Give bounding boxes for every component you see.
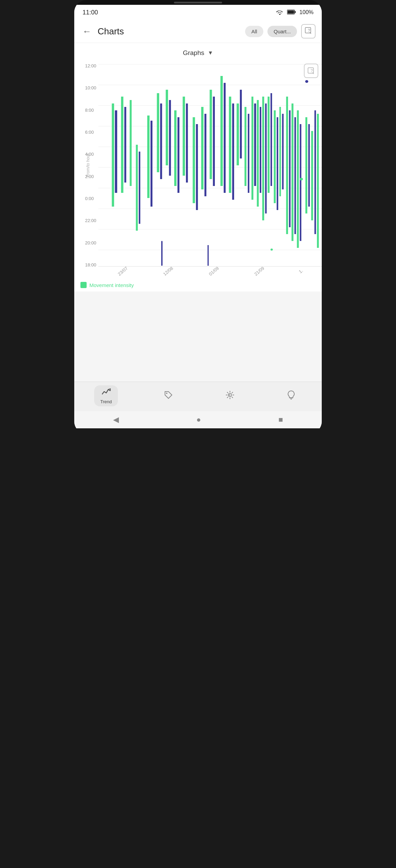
screen: 11:00 100% ← Charts All Quart... xyxy=(74,5,322,428)
insight-icon xyxy=(287,390,296,402)
svg-point-68 xyxy=(305,80,308,83)
y-label-400: 4:00 xyxy=(85,152,96,156)
activity-icon xyxy=(225,390,235,402)
svg-line-87 xyxy=(227,397,228,398)
trend-icon xyxy=(101,387,111,398)
graph-row: From/to hour 12:00 10:00 8:00 6:00 4:00 … xyxy=(74,62,322,268)
y-label-200: 2:00 xyxy=(85,174,96,179)
svg-point-78 xyxy=(166,393,167,394)
legend-color-box xyxy=(80,282,87,288)
system-nav-bar: ◀ ● ■ xyxy=(74,411,322,428)
wifi-icon xyxy=(276,9,284,16)
svg-point-77 xyxy=(271,249,273,251)
y-label-1200: 12:00 xyxy=(85,64,96,68)
y-label-2200: 22:00 xyxy=(85,218,96,223)
chart-graph-area xyxy=(98,62,322,268)
legend-label: Movement intensity xyxy=(89,282,134,288)
page-title: Charts xyxy=(98,26,241,37)
y-label-600: 6:00 xyxy=(85,130,96,134)
status-time: 11:00 xyxy=(82,9,98,16)
nav-item-trend[interactable]: Trend xyxy=(94,385,118,406)
dropdown-arrow-icon: ▼ xyxy=(208,50,213,56)
svg-line-86 xyxy=(232,392,233,393)
chart-svg xyxy=(98,62,322,268)
sys-nav-recents[interactable]: ■ xyxy=(278,415,283,424)
phone-frame: 11:00 100% ← Charts All Quart... xyxy=(74,0,322,434)
y-axis-column: From/to hour 12:00 10:00 8:00 6:00 4:00 … xyxy=(74,62,98,268)
tag-icon xyxy=(164,391,173,402)
filter-quart-button[interactable]: Quart... xyxy=(267,26,297,37)
sys-nav-back[interactable]: ◀ xyxy=(113,415,119,424)
back-button[interactable]: ← xyxy=(80,25,94,38)
nav-label-trend: Trend xyxy=(100,399,112,404)
y-label-2000: 20:00 xyxy=(85,241,96,245)
graph-type-dropdown[interactable]: Graphs ▼ xyxy=(183,49,213,57)
svg-point-69 xyxy=(300,178,303,180)
status-bar: 11:00 100% xyxy=(74,5,322,20)
battery-percent: 100% xyxy=(299,9,314,15)
y-label-800: 8:00 xyxy=(85,108,96,112)
svg-line-84 xyxy=(227,392,228,393)
nav-item-insight[interactable] xyxy=(280,388,302,404)
filter-all-button[interactable]: All xyxy=(245,26,263,37)
svg-rect-1 xyxy=(295,11,296,13)
battery-icon xyxy=(287,9,296,16)
svg-rect-2 xyxy=(288,10,294,13)
y-label-1800: 18:00 xyxy=(85,263,96,267)
svg-line-85 xyxy=(232,397,233,398)
legend-row: Movement intensity xyxy=(74,277,322,292)
chart-help-button[interactable]: ? xyxy=(304,64,318,78)
notch-bar xyxy=(74,0,322,5)
status-icons: 100% xyxy=(276,9,314,16)
content-spacer xyxy=(74,292,322,382)
y-labels: 12:00 10:00 8:00 6:00 4:00 2:00 0:00 22:… xyxy=(85,62,96,268)
dropdown-row: Graphs ▼ xyxy=(74,43,322,60)
x-axis-row: 23/07 12/08 01/09 21/09 1. xyxy=(74,268,322,277)
header-help-icon: ? xyxy=(305,27,312,36)
chart-section: ? From/to hour 12:00 10:00 8:00 6:00 xyxy=(74,60,322,292)
y-label-1000: 10:00 xyxy=(85,86,96,90)
back-arrow-icon: ← xyxy=(82,26,91,37)
header-help-button[interactable]: ? xyxy=(301,24,316,39)
nav-item-tag[interactable] xyxy=(158,388,179,404)
sys-nav-home[interactable]: ● xyxy=(196,415,201,424)
y-label-000: 0:00 xyxy=(85,196,96,201)
notch-pill xyxy=(174,2,222,3)
x-label-partial: 1. xyxy=(298,268,304,274)
nav-item-activity[interactable] xyxy=(219,388,241,404)
dropdown-label: Graphs xyxy=(183,49,204,57)
bottom-nav: Trend xyxy=(74,382,322,411)
header: ← Charts All Quart... ? xyxy=(74,20,322,43)
